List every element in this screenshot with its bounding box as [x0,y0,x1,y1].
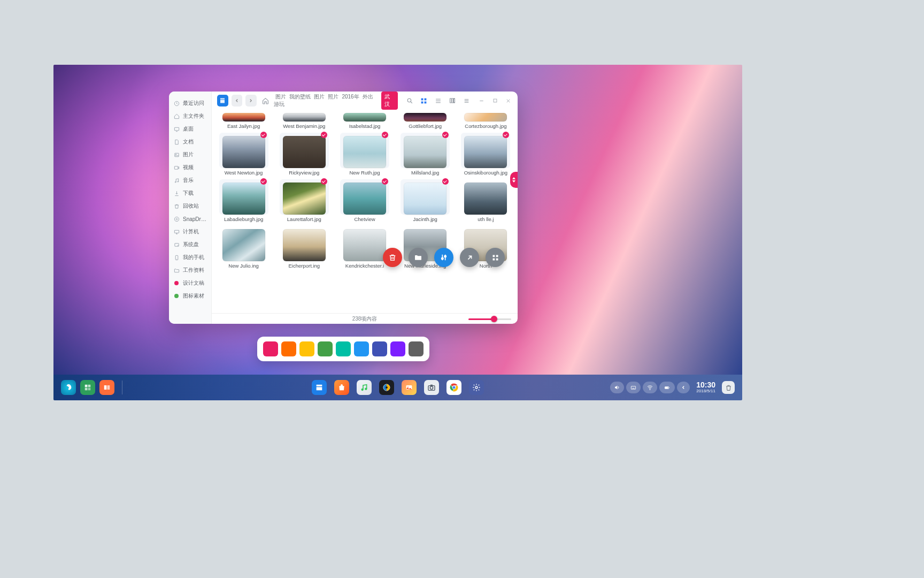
file-tile[interactable]: East Jailyn.jpg [216,110,271,130]
sidebar-item-label: 视频 [183,164,194,171]
nav-forward-button[interactable] [245,95,257,107]
color-swatch-6[interactable] [372,341,387,356]
file-tile[interactable]: New Julio.ing [216,226,271,269]
delete-button[interactable] [383,248,402,267]
file-tile[interactable]: Jacinth.jpg [398,179,453,223]
trash-icon [173,203,180,209]
sidebar-item-6[interactable]: 音乐 [169,174,211,187]
file-tile[interactable]: New Ruth.jpg [337,133,392,176]
app-icon[interactable] [217,95,228,107]
sidebar-item-9[interactable]: SnapDrop [169,212,211,225]
sidebar-item-8[interactable]: 回收站 [169,200,211,212]
svg-rect-21 [494,99,497,102]
search-icon[interactable] [404,95,415,107]
color-swatch-5[interactable] [354,341,369,356]
home-icon[interactable] [260,95,271,107]
tray-battery-icon[interactable] [659,382,675,393]
open-external-button[interactable] [460,248,479,267]
file-tile[interactable]: Gottliebfort.jpg [398,110,453,130]
file-thumbnail [343,136,386,168]
nav-back-button[interactable] [232,95,243,107]
file-tile[interactable]: Eicherport.ing [276,226,332,269]
file-name: West Newton.jpg [225,170,263,176]
svg-point-22 [442,257,443,259]
svg-rect-46 [632,386,636,389]
file-tile[interactable]: Labadieburgh.jpg [216,179,271,223]
sidebar-item-2[interactable]: 桌面 [169,123,211,135]
color-swatch-8[interactable] [409,341,424,356]
breadcrumb-4[interactable]: 2016年 [340,94,360,100]
minimize-button[interactable] [478,96,486,105]
breadcrumb-2[interactable]: 图片 [312,94,326,100]
selected-check-icon [442,178,449,185]
dock-media-player-icon[interactable] [379,380,394,395]
view-list-icon[interactable] [433,95,444,107]
dock-music-icon[interactable] [357,380,372,395]
breadcrumb-active[interactable]: 武汉 [381,92,398,110]
color-swatch-7[interactable] [390,341,405,356]
file-tile[interactable]: West Newton.jpg [216,133,271,176]
color-swatch-0[interactable] [263,341,278,356]
view-column-icon[interactable] [447,95,458,107]
tray-keyboard-icon[interactable] [626,382,641,393]
file-thumbnail [404,182,446,215]
view-grid-icon[interactable] [419,95,430,107]
dock-settings-icon[interactable] [469,380,484,395]
file-tile[interactable]: Chetview [337,179,392,223]
breadcrumb-3[interactable]: 照片 [326,94,340,100]
sidebar-item-15[interactable]: 图标素材 [169,290,211,302]
file-tile[interactable]: Laurettafort.jpg [276,179,332,223]
tray-volume-icon[interactable] [610,382,624,393]
launcher-workspaces-icon[interactable] [80,380,95,395]
launcher-deepin-icon[interactable] [61,380,76,395]
tray-wifi-icon[interactable] [643,382,657,393]
dock-store-icon[interactable] [312,380,327,395]
svg-rect-4 [174,166,178,169]
svg-rect-17 [425,101,427,103]
sidebar-item-1[interactable]: 主文件夹 [169,110,211,123]
file-tile[interactable]: Osinskiborough.jpg [458,133,513,176]
sidebar-item-0[interactable]: 最近访问 [169,97,211,110]
color-swatch-4[interactable] [336,341,351,356]
breadcrumb-0[interactable]: 图片 [274,94,288,100]
sidebar-item-13[interactable]: 工作资料 [169,264,211,277]
tray-chevron-left-icon[interactable] [677,382,690,393]
file-tile[interactable]: Isabelstad.jpg [337,110,392,130]
file-grid[interactable]: East Jailyn.jpgWest Benjamin.jpgIsabelst… [212,110,518,313]
file-tile[interactable]: Rickyview.jpg [276,133,332,176]
open-folder-button[interactable] [409,248,428,267]
close-button[interactable] [504,96,512,105]
file-tile[interactable]: uth lle.j [458,179,513,223]
trash-icon[interactable] [722,381,735,394]
zoom-slider[interactable] [468,315,511,323]
svg-rect-18 [450,98,452,103]
sidebar-item-14[interactable]: 设计文稿 [169,277,211,290]
sidebar-item-12[interactable]: 我的手机 [169,251,211,264]
color-swatch-3[interactable] [318,341,333,356]
sidebar-item-4[interactable]: 图片 [169,148,211,161]
file-thumbnail [222,182,265,215]
scroll-handle[interactable] [510,172,518,188]
file-tile[interactable]: West Benjamin.jpg [276,110,332,130]
launcher-multitask-icon[interactable] [99,380,114,395]
file-name: Millsland.jpg [411,170,439,176]
grid-view-button[interactable] [486,248,505,267]
dock-browser-chrome-icon[interactable] [446,380,461,395]
file-tile[interactable]: Millsland.jpg [398,133,453,176]
hamburger-menu-icon[interactable] [461,95,472,107]
adjust-button[interactable] [434,248,453,267]
breadcrumb-1[interactable]: 我的壁纸 [288,94,312,100]
dock-shop-icon[interactable] [334,380,349,395]
color-swatch-2[interactable] [299,341,314,356]
color-swatch-1[interactable] [281,341,296,356]
file-tile[interactable]: Cortezborough.jpg [458,110,513,130]
sidebar-item-3[interactable]: 文档 [169,135,211,148]
dock-camera-icon[interactable] [424,380,439,395]
sidebar-item-10[interactable]: 计算机 [169,225,211,238]
sidebar-item-11[interactable]: 系统盘 [169,238,211,251]
taskbar-clock[interactable]: 10:30 2018/5/11 [696,381,715,393]
dock-photos-icon[interactable] [402,380,417,395]
maximize-button[interactable] [491,96,499,105]
sidebar-item-5[interactable]: 视频 [169,161,211,174]
sidebar-item-7[interactable]: 下载 [169,187,211,200]
